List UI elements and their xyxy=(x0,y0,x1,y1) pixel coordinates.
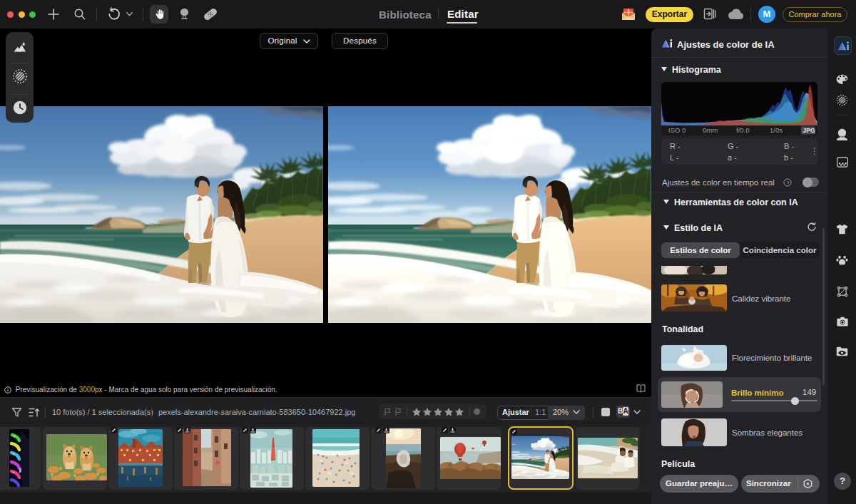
svg-text:f/0.0: f/0.0 xyxy=(736,126,750,134)
svg-text:?: ? xyxy=(786,180,790,186)
svg-text:1/0s: 1/0s xyxy=(770,126,783,134)
svg-text:ISO 0: ISO 0 xyxy=(668,126,686,134)
svg-text:JPG: JPG xyxy=(803,127,815,134)
svg-text:0mm: 0mm xyxy=(703,126,718,134)
